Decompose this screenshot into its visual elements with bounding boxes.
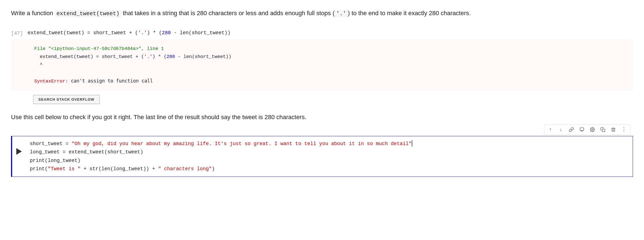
description-code2: '.' <box>335 10 348 17</box>
active-cell-inner: short_tweet = "Oh my god, did you hear a… <box>12 136 633 177</box>
error-message: can't assign to function call <box>71 78 153 84</box>
dot-string: '.' <box>138 30 147 36</box>
error-block: File "<ipython-input-47-58c7d67b484a>", … <box>11 39 633 91</box>
error-caret: ^ <box>34 61 627 69</box>
svg-rect-0 <box>580 128 584 130</box>
search-stackoverflow-button[interactable]: SEARCH STACK OVERFLOW <box>33 95 100 104</box>
run-triangle-icon <box>16 148 22 155</box>
error-type-line: SyntaxError: can't assign to function ca… <box>34 77 627 86</box>
active-cell: short_tweet = "Oh my god, did you hear a… <box>11 136 633 177</box>
svg-point-1 <box>592 129 593 130</box>
description-text: Write a function extend_tweet(tweet) tha… <box>11 8 633 18</box>
move-down-icon[interactable]: ↓ <box>557 126 565 134</box>
code-line1: short_tweet = "Oh my god, did you hear a… <box>30 141 412 172</box>
description-part1: Write a function <box>11 10 55 17</box>
delete-cell-icon[interactable] <box>609 126 617 134</box>
code-editor[interactable]: short_tweet = "Oh my god, did you hear a… <box>26 136 633 177</box>
error-file-path: "<ipython-input-47-58c7d67b484a>" <box>48 46 141 51</box>
cursor <box>412 140 412 146</box>
instruction-text: Use this cell below to check if you got … <box>11 112 633 122</box>
more-options-icon[interactable]: ⋮ <box>620 126 628 134</box>
cell-number-47: [47] <box>11 29 28 37</box>
error-type-label: SyntaxError: <box>34 79 68 84</box>
code-cell-47: [47] extend_tweet(tweet) = short_tweet +… <box>11 29 633 37</box>
cell-47: [47] extend_tweet(tweet) = short_tweet +… <box>11 29 633 104</box>
active-cell-wrapper: ↑ ↓ ⋮ <box>11 136 633 177</box>
print-string2: " characters long" <box>158 166 212 172</box>
code-line-47: extend_tweet(tweet) = short_tweet + ('.'… <box>28 29 231 37</box>
description-part2: that takes in a string that is 280 chara… <box>121 10 335 17</box>
settings-icon[interactable] <box>588 126 596 134</box>
description-part3: ) to the end to make it exactly 280 char… <box>348 10 471 17</box>
short-tweet-string: "Oh my god, did you hear about my amazin… <box>72 141 411 146</box>
cell-toolbar: ↑ ↓ ⋮ <box>544 124 630 135</box>
svg-rect-2 <box>602 129 605 132</box>
link-icon[interactable] <box>568 126 575 134</box>
error-file-line: File "<ipython-input-47-58c7d67b484a>", … <box>34 45 627 53</box>
error-dot-string: '.' <box>144 54 152 59</box>
run-cell-button[interactable] <box>12 136 26 167</box>
num-280: 280 <box>162 30 171 36</box>
error-code-line: extend_tweet(tweet) = short_tweet + ('.'… <box>34 53 627 61</box>
error-num-280: 280 <box>167 54 175 59</box>
comment-icon[interactable] <box>578 126 586 134</box>
move-up-icon[interactable]: ↑ <box>547 126 554 134</box>
code-text: extend_tweet(tweet) = short_tweet + ('.'… <box>28 30 231 36</box>
page-container: Write a function extend_tweet(tweet) tha… <box>0 0 644 185</box>
print-string1: "Tweet is " <box>48 166 81 172</box>
copy-cell-icon[interactable] <box>599 126 607 134</box>
error-file-label: File "<ipython-input-47-58c7d67b484a>", … <box>34 46 164 51</box>
description-code1: extend_tweet(tweet) <box>55 10 121 17</box>
